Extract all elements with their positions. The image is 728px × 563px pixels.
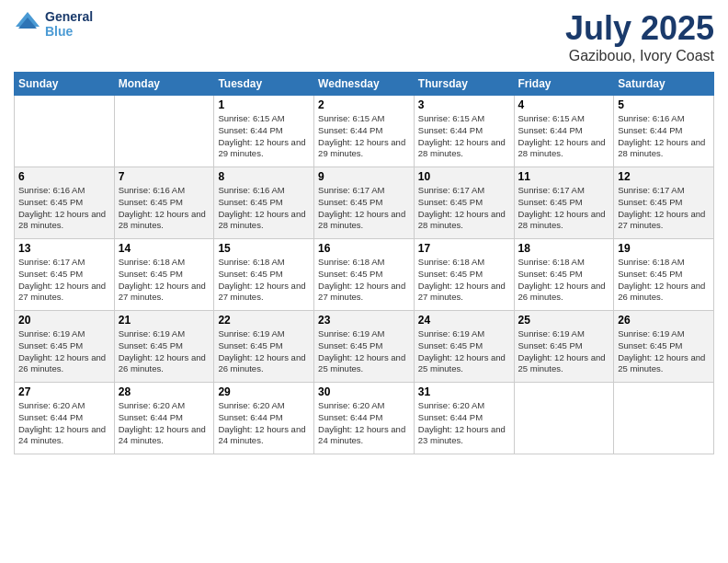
calendar-cell: 24Sunrise: 6:19 AMSunset: 6:45 PMDayligh… [414, 311, 514, 383]
day-number: 2 [318, 98, 410, 111]
day-info: Sunrise: 6:16 AMSunset: 6:45 PMDaylight:… [218, 185, 310, 232]
day-info: Sunrise: 6:20 AMSunset: 6:44 PMDaylight:… [318, 400, 410, 447]
day-info: Sunrise: 6:20 AMSunset: 6:44 PMDaylight:… [18, 400, 110, 447]
calendar-cell: 6Sunrise: 6:16 AMSunset: 6:45 PMDaylight… [15, 167, 115, 239]
header: General Blue July 2025 Gazibouo, Ivory C… [14, 9, 714, 64]
day-number: 3 [418, 98, 510, 111]
day-number: 8 [218, 170, 310, 183]
day-info: Sunrise: 6:19 AMSunset: 6:45 PMDaylight:… [119, 328, 210, 375]
page: General Blue July 2025 Gazibouo, Ivory C… [0, 0, 728, 563]
day-number: 10 [418, 170, 510, 183]
weekday-header-thursday: Thursday [414, 73, 514, 96]
day-number: 31 [418, 385, 510, 398]
title-block: July 2025 Gazibouo, Ivory Coast [565, 9, 714, 64]
calendar-cell: 8Sunrise: 6:16 AMSunset: 6:45 PMDaylight… [214, 167, 314, 239]
day-info: Sunrise: 6:20 AMSunset: 6:44 PMDaylight:… [119, 400, 210, 447]
calendar-cell: 15Sunrise: 6:18 AMSunset: 6:45 PMDayligh… [214, 239, 314, 311]
logo: General Blue [14, 9, 93, 39]
calendar-cell: 18Sunrise: 6:18 AMSunset: 6:45 PMDayligh… [514, 239, 614, 311]
calendar-cell: 31Sunrise: 6:20 AMSunset: 6:44 PMDayligh… [414, 383, 514, 454]
calendar-cell: 19Sunrise: 6:18 AMSunset: 6:45 PMDayligh… [614, 239, 714, 311]
day-number: 23 [318, 314, 410, 327]
week-row-2: 6Sunrise: 6:16 AMSunset: 6:45 PMDaylight… [15, 167, 714, 239]
calendar-cell: 25Sunrise: 6:19 AMSunset: 6:45 PMDayligh… [514, 311, 614, 383]
weekday-header-sunday: Sunday [15, 73, 115, 96]
main-title: July 2025 [565, 9, 714, 48]
day-number: 9 [318, 170, 410, 183]
day-number: 14 [119, 242, 210, 255]
day-number: 25 [518, 314, 610, 327]
day-info: Sunrise: 6:18 AMSunset: 6:45 PMDaylight:… [518, 257, 610, 304]
day-info: Sunrise: 6:19 AMSunset: 6:45 PMDaylight:… [18, 328, 110, 375]
calendar-cell: 22Sunrise: 6:19 AMSunset: 6:45 PMDayligh… [214, 311, 314, 383]
week-row-5: 27Sunrise: 6:20 AMSunset: 6:44 PMDayligh… [15, 383, 714, 454]
week-row-3: 13Sunrise: 6:17 AMSunset: 6:45 PMDayligh… [15, 239, 714, 311]
calendar-cell: 14Sunrise: 6:18 AMSunset: 6:45 PMDayligh… [114, 239, 214, 311]
day-info: Sunrise: 6:16 AMSunset: 6:44 PMDaylight:… [618, 113, 710, 160]
day-info: Sunrise: 6:17 AMSunset: 6:45 PMDaylight:… [618, 185, 710, 232]
week-row-1: 1Sunrise: 6:15 AMSunset: 6:44 PMDaylight… [15, 96, 714, 167]
header-row: SundayMondayTuesdayWednesdayThursdayFrid… [15, 73, 714, 96]
day-info: Sunrise: 6:17 AMSunset: 6:45 PMDaylight:… [18, 257, 110, 304]
day-number: 27 [18, 385, 110, 398]
day-number: 6 [18, 170, 110, 183]
calendar-cell: 13Sunrise: 6:17 AMSunset: 6:45 PMDayligh… [15, 239, 115, 311]
day-info: Sunrise: 6:17 AMSunset: 6:45 PMDaylight:… [318, 185, 410, 232]
day-info: Sunrise: 6:17 AMSunset: 6:45 PMDaylight:… [418, 185, 510, 232]
weekday-header-friday: Friday [514, 73, 614, 96]
day-number: 28 [119, 385, 210, 398]
calendar-cell: 28Sunrise: 6:20 AMSunset: 6:44 PMDayligh… [114, 383, 214, 454]
day-number: 15 [218, 242, 310, 255]
day-number: 18 [518, 242, 610, 255]
calendar-cell: 10Sunrise: 6:17 AMSunset: 6:45 PMDayligh… [414, 167, 514, 239]
day-info: Sunrise: 6:18 AMSunset: 6:45 PMDaylight:… [218, 257, 310, 304]
calendar-cell: 29Sunrise: 6:20 AMSunset: 6:44 PMDayligh… [214, 383, 314, 454]
day-info: Sunrise: 6:19 AMSunset: 6:45 PMDaylight:… [418, 328, 510, 375]
logo-icon [14, 10, 41, 38]
calendar-cell: 4Sunrise: 6:15 AMSunset: 6:44 PMDaylight… [514, 96, 614, 167]
calendar-cell: 23Sunrise: 6:19 AMSunset: 6:45 PMDayligh… [314, 311, 415, 383]
day-number: 16 [318, 242, 410, 255]
day-number: 22 [218, 314, 310, 327]
calendar-cell: 30Sunrise: 6:20 AMSunset: 6:44 PMDayligh… [314, 383, 415, 454]
calendar-cell [514, 383, 614, 454]
day-info: Sunrise: 6:18 AMSunset: 6:45 PMDaylight:… [318, 257, 410, 304]
day-info: Sunrise: 6:20 AMSunset: 6:44 PMDaylight:… [418, 400, 510, 447]
calendar-cell: 9Sunrise: 6:17 AMSunset: 6:45 PMDaylight… [314, 167, 415, 239]
day-info: Sunrise: 6:16 AMSunset: 6:45 PMDaylight:… [18, 185, 110, 232]
calendar-cell [15, 96, 115, 167]
calendar-cell: 7Sunrise: 6:16 AMSunset: 6:45 PMDaylight… [114, 167, 214, 239]
weekday-header-monday: Monday [114, 73, 214, 96]
day-number: 29 [218, 385, 310, 398]
weekday-header-tuesday: Tuesday [214, 73, 314, 96]
day-number: 24 [418, 314, 510, 327]
day-number: 1 [218, 98, 310, 111]
day-number: 11 [518, 170, 610, 183]
day-number: 20 [18, 314, 110, 327]
weekday-header-saturday: Saturday [614, 73, 714, 96]
day-number: 21 [119, 314, 210, 327]
day-number: 30 [318, 385, 410, 398]
day-info: Sunrise: 6:18 AMSunset: 6:45 PMDaylight:… [618, 257, 710, 304]
week-row-4: 20Sunrise: 6:19 AMSunset: 6:45 PMDayligh… [15, 311, 714, 383]
calendar-cell: 27Sunrise: 6:20 AMSunset: 6:44 PMDayligh… [15, 383, 115, 454]
day-number: 13 [18, 242, 110, 255]
calendar-cell: 3Sunrise: 6:15 AMSunset: 6:44 PMDaylight… [414, 96, 514, 167]
calendar-cell: 1Sunrise: 6:15 AMSunset: 6:44 PMDaylight… [214, 96, 314, 167]
day-number: 7 [119, 170, 210, 183]
calendar-cell: 11Sunrise: 6:17 AMSunset: 6:45 PMDayligh… [514, 167, 614, 239]
day-info: Sunrise: 6:18 AMSunset: 6:45 PMDaylight:… [418, 257, 510, 304]
day-info: Sunrise: 6:15 AMSunset: 6:44 PMDaylight:… [218, 113, 310, 160]
day-number: 12 [618, 170, 710, 183]
day-info: Sunrise: 6:15 AMSunset: 6:44 PMDaylight:… [418, 113, 510, 160]
calendar-cell [114, 96, 214, 167]
day-info: Sunrise: 6:19 AMSunset: 6:45 PMDaylight:… [218, 328, 310, 375]
logo-text: General Blue [45, 9, 93, 39]
day-number: 4 [518, 98, 610, 111]
day-info: Sunrise: 6:17 AMSunset: 6:45 PMDaylight:… [518, 185, 610, 232]
day-info: Sunrise: 6:16 AMSunset: 6:45 PMDaylight:… [119, 185, 210, 232]
day-info: Sunrise: 6:19 AMSunset: 6:45 PMDaylight:… [318, 328, 410, 375]
calendar-cell: 17Sunrise: 6:18 AMSunset: 6:45 PMDayligh… [414, 239, 514, 311]
location-subtitle: Gazibouo, Ivory Coast [565, 48, 714, 64]
day-info: Sunrise: 6:15 AMSunset: 6:44 PMDaylight:… [318, 113, 410, 160]
